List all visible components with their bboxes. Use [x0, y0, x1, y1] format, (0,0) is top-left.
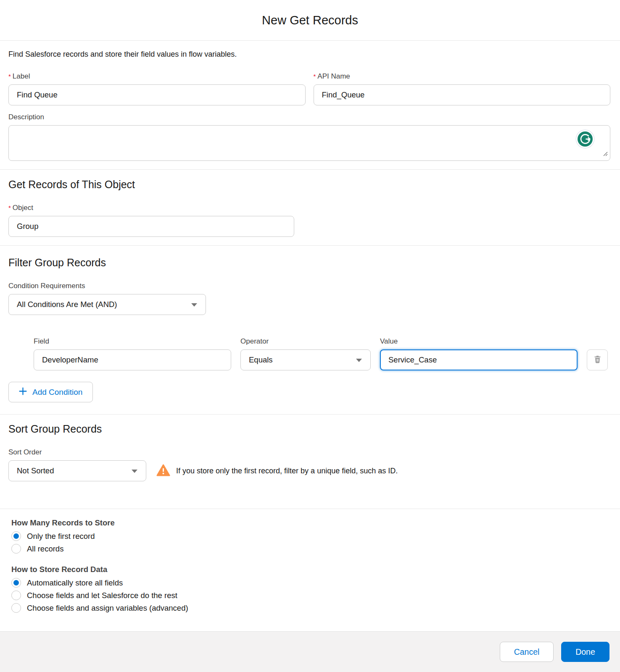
- sort-order-select[interactable]: Not Sorted: [8, 460, 146, 481]
- condition-operator-value: Equals: [249, 355, 273, 365]
- radio-label: Automatically store all fields: [27, 578, 123, 588]
- delete-condition-button[interactable]: [587, 349, 608, 370]
- radio-all-records[interactable]: All records: [11, 544, 610, 554]
- chevron-down-icon: [356, 359, 362, 362]
- label-field-label-text: Label: [13, 72, 30, 81]
- api-name-field-label-text: API Name: [317, 72, 350, 81]
- radio-button[interactable]: [11, 544, 21, 554]
- filter-section-heading: Filter Group Records: [8, 257, 610, 269]
- add-condition-button[interactable]: Add Condition: [8, 382, 93, 402]
- grammarly-icon[interactable]: [578, 131, 593, 147]
- radio-choose-fields-salesforce[interactable]: Choose fields and let Salesforce do the …: [11, 591, 610, 600]
- chevron-down-icon: [191, 303, 197, 307]
- object-input[interactable]: [8, 216, 294, 237]
- condition-field-label: Field: [34, 337, 231, 346]
- storage-section: How Many Records to Store Only the first…: [0, 509, 620, 613]
- sort-order-label: Sort Order: [8, 448, 610, 457]
- how-many-records-heading: How Many Records to Store: [11, 518, 610, 528]
- sort-order-value: Not Sorted: [17, 466, 54, 475]
- object-field-label: * Object: [8, 204, 610, 212]
- object-section: Get Records of This Object * Object: [0, 170, 620, 237]
- condition-operator-label-text: Operator: [240, 337, 269, 346]
- label-input[interactable]: [8, 84, 306, 105]
- condition-value-label-text: Value: [380, 337, 398, 346]
- required-asterisk: *: [314, 73, 316, 80]
- radio-button[interactable]: [11, 603, 21, 613]
- condition-row: Field Operator Equals Value: [34, 337, 610, 370]
- condition-requirements-label-text: Condition Requirements: [8, 282, 85, 290]
- radio-button[interactable]: [11, 591, 21, 600]
- chevron-down-icon: [132, 470, 137, 473]
- label-field-label: * Label: [8, 72, 306, 81]
- filter-section: Filter Group Records Condition Requireme…: [0, 246, 620, 402]
- trash-icon: [593, 354, 602, 365]
- required-asterisk: *: [8, 204, 11, 211]
- radio-choose-fields-advanced[interactable]: Choose fields and assign variables (adva…: [11, 603, 610, 613]
- dialog-header: New Get Records: [0, 0, 620, 41]
- condition-requirements-select[interactable]: All Conditions Are Met (AND): [8, 294, 206, 315]
- description-field-label: Description: [8, 113, 610, 121]
- api-name-input[interactable]: [314, 84, 611, 105]
- radio-only-first-record[interactable]: Only the first record: [11, 531, 610, 541]
- how-to-store-radio-group: Automatically store all fields Choose fi…: [11, 578, 610, 613]
- general-info-section: Find Salesforce records and store their …: [0, 41, 620, 161]
- radio-label: Choose fields and let Salesforce do the …: [27, 591, 177, 600]
- object-field-label-text: Object: [13, 204, 33, 212]
- condition-requirements-label: Condition Requirements: [8, 282, 610, 290]
- condition-operator-label: Operator: [240, 337, 371, 346]
- condition-operator-select[interactable]: Equals: [240, 349, 371, 370]
- description-field-label-text: Description: [8, 113, 44, 121]
- plus-icon: [19, 387, 27, 397]
- dialog-footer: Cancel Done: [0, 631, 620, 672]
- radio-button-checked[interactable]: [11, 531, 21, 541]
- resize-handle-icon[interactable]: [602, 151, 608, 158]
- sort-section: Sort Group Records Sort Order Not Sorted…: [0, 415, 620, 481]
- cancel-button[interactable]: Cancel: [500, 642, 554, 662]
- warning-icon: [156, 464, 170, 478]
- sort-order-label-text: Sort Order: [8, 448, 42, 457]
- dialog-title: New Get Records: [262, 13, 358, 27]
- radio-button-checked[interactable]: [11, 578, 21, 588]
- how-many-records-radio-group: Only the first record All records: [11, 531, 610, 554]
- warning-text: If you store only the first record, filt…: [176, 467, 398, 475]
- condition-field-label-text: Field: [34, 337, 49, 346]
- condition-value-label: Value: [380, 337, 578, 346]
- description-textarea[interactable]: [8, 125, 610, 161]
- radio-label: Choose fields and assign variables (adva…: [27, 604, 188, 613]
- object-section-heading: Get Records of This Object: [8, 178, 610, 191]
- sort-section-heading: Sort Group Records: [8, 423, 610, 435]
- radio-label: All records: [27, 544, 63, 554]
- condition-value-input[interactable]: [380, 349, 578, 370]
- sort-warning: If you store only the first record, filt…: [156, 464, 398, 478]
- intro-text: Find Salesforce records and store their …: [8, 50, 610, 59]
- condition-field-input[interactable]: [34, 349, 231, 370]
- required-asterisk: *: [8, 73, 11, 80]
- radio-automatically-store-all-fields[interactable]: Automatically store all fields: [11, 578, 610, 588]
- condition-requirements-value: All Conditions Are Met (AND): [17, 300, 117, 309]
- add-condition-label: Add Condition: [32, 388, 82, 397]
- api-name-field-label: * API Name: [314, 72, 611, 81]
- radio-label: Only the first record: [27, 532, 95, 541]
- done-button[interactable]: Done: [561, 642, 609, 662]
- how-to-store-heading: How to Store Record Data: [11, 565, 610, 574]
- description-field: [8, 125, 610, 161]
